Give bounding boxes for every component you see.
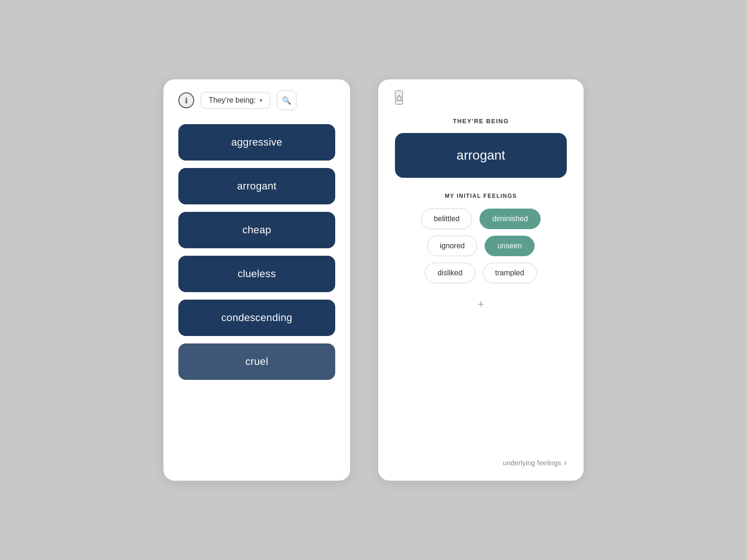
left-header: ℹ They're being: ▾ 🔍 [178, 91, 335, 110]
dropdown-button[interactable]: They're being: ▾ [201, 92, 270, 109]
feeling-chip-unseen[interactable]: unseen [485, 236, 535, 256]
left-panel: ℹ They're being: ▾ 🔍 aggressive arrogant… [163, 79, 350, 481]
feelings-grid: belittled diminished ignored unseen disl… [395, 209, 567, 283]
chevron-down-icon: ▾ [260, 97, 262, 104]
word-item[interactable]: cruel [178, 343, 335, 380]
right-header: ⌂ [395, 91, 567, 105]
home-button[interactable]: ⌂ [395, 91, 403, 105]
right-panel: ⌂ THEY'RE BEING arrogant MY INITIAL FEEL… [378, 79, 584, 481]
feeling-chip-belittled[interactable]: belittled [421, 209, 472, 229]
selected-word-button[interactable]: arrogant [395, 133, 567, 178]
word-item[interactable]: arrogant [178, 168, 335, 204]
feeling-chip-diminished[interactable]: diminished [479, 209, 540, 229]
word-item[interactable]: clueless [178, 256, 335, 292]
feelings-row-3: disliked trampled [395, 263, 567, 283]
feeling-chip-trampled[interactable]: trampled [483, 263, 537, 283]
my-initial-feelings-title: MY INITIAL FEELINGS [395, 193, 567, 199]
feelings-row-1: belittled diminished [395, 209, 567, 229]
search-icon: 🔍 [282, 96, 291, 105]
chevron-right-icon: › [564, 458, 567, 468]
search-button[interactable]: 🔍 [277, 91, 296, 110]
add-feeling-button[interactable]: + [472, 294, 490, 313]
feelings-row-2: ignored unseen [395, 236, 567, 256]
word-item[interactable]: condescending [178, 300, 335, 336]
word-item[interactable]: cheap [178, 212, 335, 248]
feeling-chip-disliked[interactable]: disliked [425, 263, 475, 283]
feeling-chip-ignored[interactable]: ignored [427, 236, 477, 256]
dropdown-label: They're being: [209, 96, 256, 105]
info-button[interactable]: ℹ [178, 92, 194, 108]
underlying-feelings-link[interactable]: underlying feelings › [395, 458, 567, 468]
word-list: aggressive arrogant cheap clueless conde… [178, 124, 335, 380]
word-item[interactable]: aggressive [178, 124, 335, 161]
underlying-feelings-label: underlying feelings [503, 459, 561, 467]
they-re-being-title: THEY'RE BEING [395, 118, 567, 125]
